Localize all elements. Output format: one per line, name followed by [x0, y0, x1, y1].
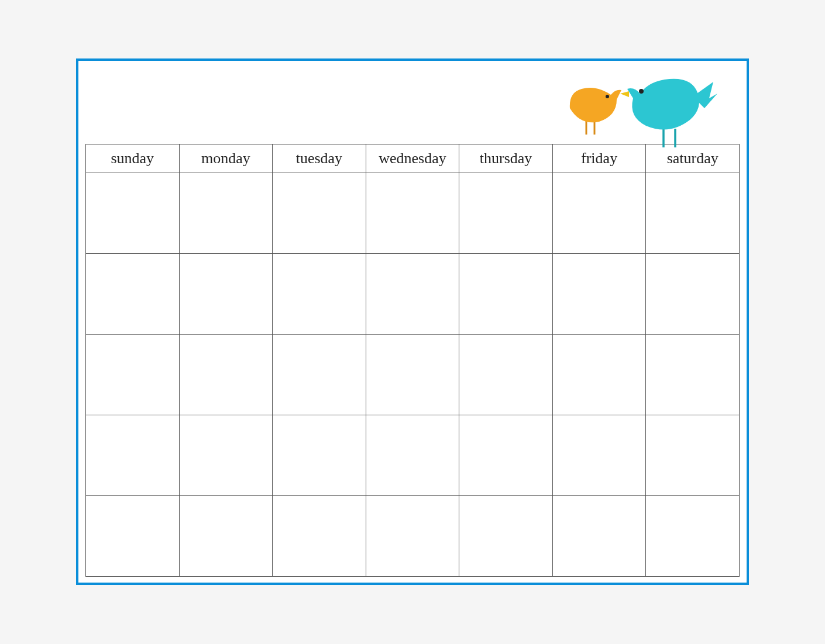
calendar-cell — [179, 254, 273, 335]
calendar-cell — [179, 496, 273, 577]
calendar-cell — [366, 415, 459, 496]
calendar-week-row — [86, 335, 740, 415]
calendar-cell — [646, 173, 740, 254]
calendar-cell — [179, 335, 273, 415]
calendar-cell — [273, 496, 366, 577]
day-header-thursday: thursday — [459, 144, 553, 173]
calendar-cell — [366, 173, 459, 254]
calendar-body — [86, 173, 740, 577]
calendar-cell — [366, 254, 459, 335]
calendar-cell — [552, 173, 646, 254]
calendar-cell — [552, 496, 646, 577]
calendar-cell — [179, 173, 273, 254]
calendar-week-row — [86, 496, 740, 577]
calendar-week-row — [86, 173, 740, 254]
calendar-week-row — [86, 254, 740, 335]
day-header-monday: monday — [179, 144, 273, 173]
calendar-cell — [459, 496, 553, 577]
birds-decoration — [552, 64, 728, 152]
calendar-cell — [86, 496, 180, 577]
calendar-cell — [646, 335, 740, 415]
day-header-wednesday: wednesday — [366, 144, 459, 173]
calendar-cell — [459, 173, 553, 254]
calendar-cell — [86, 173, 180, 254]
birds-svg — [552, 64, 728, 152]
svg-point-5 — [639, 89, 644, 94]
calendar-cell — [366, 335, 459, 415]
teal-bird-icon — [620, 79, 717, 147]
calendar-header — [85, 68, 740, 144]
calendar-frame: sunday monday tuesday wednesday thursday… — [76, 58, 749, 585]
calendar-cell — [86, 415, 180, 496]
calendar-cell — [179, 415, 273, 496]
calendar-cell — [646, 415, 740, 496]
calendar-cell — [552, 254, 646, 335]
calendar-cell — [366, 496, 459, 577]
calendar-cell — [273, 415, 366, 496]
calendar-cell — [646, 254, 740, 335]
calendar-cell — [646, 496, 740, 577]
calendar-cell — [273, 254, 366, 335]
day-header-tuesday: tuesday — [273, 144, 366, 173]
calendar-cell — [273, 335, 366, 415]
calendar-cell — [459, 415, 553, 496]
calendar-cell — [459, 335, 553, 415]
calendar-cell — [459, 254, 553, 335]
calendar-week-row — [86, 415, 740, 496]
calendar-cell — [552, 335, 646, 415]
calendar-cell — [273, 173, 366, 254]
svg-point-2 — [606, 95, 609, 98]
calendar-grid: sunday monday tuesday wednesday thursday… — [85, 144, 740, 577]
calendar-cell — [86, 254, 180, 335]
day-header-sunday: sunday — [86, 144, 180, 173]
calendar-cell — [86, 335, 180, 415]
calendar-cell — [552, 415, 646, 496]
orange-bird-icon — [570, 88, 621, 135]
